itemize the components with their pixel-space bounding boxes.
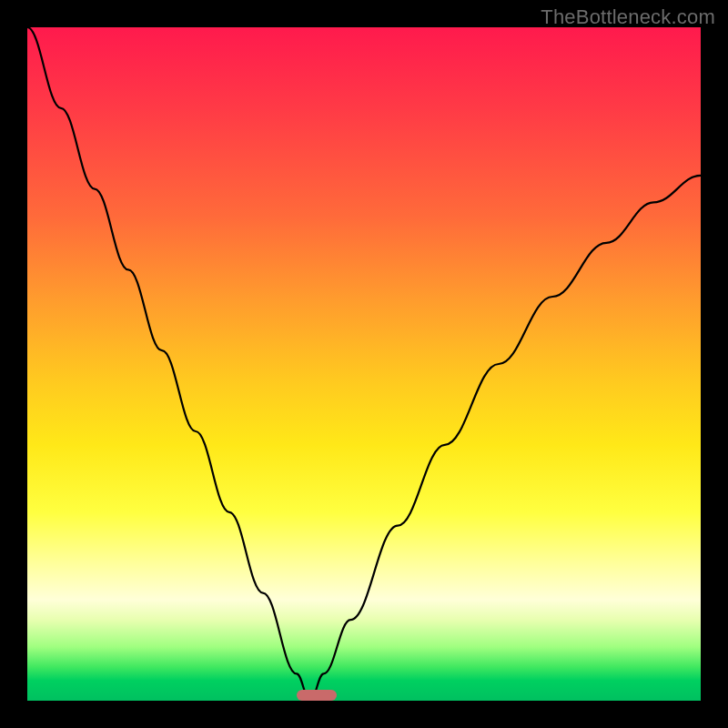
watermark-text: TheBottleneck.com bbox=[541, 5, 715, 29]
bottleneck-curve bbox=[27, 27, 701, 701]
optimal-marker bbox=[297, 690, 337, 701]
chart-area bbox=[27, 27, 701, 701]
